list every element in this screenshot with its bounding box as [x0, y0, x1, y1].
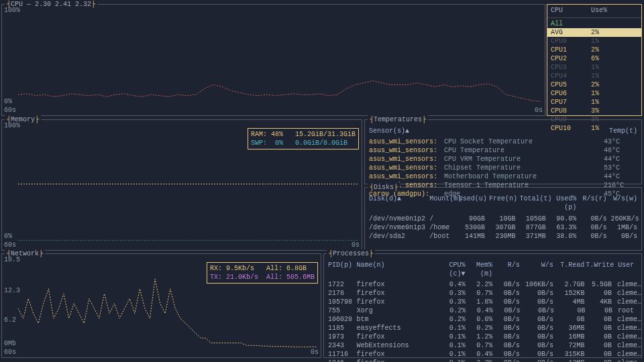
- cpu-list-row[interactable]: CPU83%: [551, 107, 638, 115]
- process-row[interactable]: 1973firefox0.1%1.2%0B/s0B/s16MB0Bcleme…: [328, 333, 640, 341]
- disk-row: /dev/nvme0n1p2/90GB10GB105GB90.0%0B/s260…: [369, 215, 637, 223]
- process-row[interactable]: 106028btm0.2%0.0%0B/s0B/s0B0Bcleme…: [328, 315, 640, 324]
- memory-info-box: RAM: 48% 15.2GiB/31.3GiB SWP: 0% 0.0GiB/…: [248, 128, 359, 149]
- cpu-list-row[interactable]: CPU12%: [551, 46, 638, 54]
- temperatures-header[interactable]: Sensor(s)▲ Temp(t): [369, 127, 637, 135]
- processes-header[interactable]: PID(p) Name(n) CPU%(c)▼ Mem%(m) R/s W/s …: [328, 261, 640, 278]
- temperature-row: asus_wmi_sensors:CPU Socket Temperature4…: [369, 137, 637, 146]
- cpu-list-hdr-r: Use%: [591, 6, 607, 15]
- cpu-panel[interactable]: ┤CPU — 2.30 2.41 2.32├ 100% 0% 60s 0s: [1, 4, 545, 116]
- cpu-list-hdr-l: CPU: [551, 6, 591, 15]
- temperatures-title: ┤Temperatures├: [368, 115, 428, 124]
- cpu-list-rows[interactable]: AllAVG2%CPU01%CPU12%CPU26%CPU31%CPU41%CP…: [547, 18, 641, 134]
- cpu-list-row[interactable]: AVG2%: [547, 28, 641, 37]
- cpu-y-bot: 0%: [4, 97, 12, 106]
- process-row[interactable]: 105798firefox0.3%1.8%0B/s0B/s4MB4KBcleme…: [328, 298, 640, 306]
- net-x-right: 0s: [311, 348, 319, 357]
- disks-title: ┤Disks├: [368, 183, 400, 192]
- temp-sort-temp[interactable]: Temp(t): [609, 127, 637, 135]
- cpu-x-right: 0s: [535, 106, 543, 115]
- process-rows[interactable]: 1722firefox0.4%2.2%0B/s106KB/s2.7GB5.5GB…: [328, 280, 640, 362]
- cpu-list-row[interactable]: CPU61%: [551, 89, 638, 98]
- net-x-left: 60s: [4, 348, 16, 357]
- process-row[interactable]: 11716firefox0.1%0.4%0B/s0B/s315KB0Bcleme…: [328, 350, 640, 359]
- temperature-row: asus_wmi_sensors:Motherboard Temperature…: [369, 172, 637, 181]
- disk-rows: /dev/nvme0n1p2/90GB10GB105GB90.0%0B/s260…: [369, 215, 637, 241]
- process-row[interactable]: 2343WebExtensions0.1%0.7%0B/s0B/s72MB0Bc…: [328, 341, 640, 350]
- net-y-bot: 0Mb: [4, 339, 16, 348]
- cpu-list-row[interactable]: CPU26%: [551, 54, 638, 63]
- cpu-list-header: CPU Use%: [547, 5, 641, 18]
- disk-row: /dev/sda2/boot141MB230MB371MB38.0%0B/s0B…: [369, 232, 637, 241]
- cpu-x-left: 60s: [4, 106, 16, 115]
- process-row[interactable]: 2178firefox0.3%0.7%0B/s0B/s152KB0Bcleme…: [328, 289, 640, 298]
- cpu-list-row[interactable]: All: [551, 19, 638, 28]
- processes-title: ┤Processes├: [327, 249, 375, 258]
- network-info-box: RX: 9.5Kb/s All: 6.8GB TX: 21.0Kb/s All:…: [207, 262, 318, 284]
- mem-x-right: 0s: [352, 241, 360, 249]
- process-row[interactable]: 1185easyeffects0.1%0.2%0B/s0B/s36MB0Bcle…: [328, 324, 640, 333]
- cpu-list-row[interactable]: CPU31%: [551, 63, 638, 72]
- cpu-list-row[interactable]: CPU71%: [551, 98, 638, 107]
- disks-panel[interactable]: ┤Disks├ Disk(d)▲ Mount(m) Used(u) Free(n…: [364, 187, 642, 251]
- temperatures-panel[interactable]: ┤Temperatures├ Sensor(s)▲ Temp(t) asus_w…: [364, 119, 642, 184]
- process-row[interactable]: 755Xorg0.2%0.4%0B/s0B/s0B0Broot: [328, 306, 640, 315]
- mem-y-bot: 0%: [4, 232, 12, 241]
- processes-panel[interactable]: ┤Processes├ PID(p) Name(n) CPU%(c)▼ Mem%…: [323, 253, 642, 358]
- memory-panel[interactable]: ┤Memory├ 100% 0% 60s 0s RAM: 48% 15.2GiB…: [1, 119, 362, 251]
- disk-row: /dev/nvme0n1p3/home530GB307GB877GB63.3%0…: [369, 223, 637, 232]
- cpu-list-row[interactable]: CPU52%: [551, 80, 638, 89]
- temperature-row: asus_wmi_sensors:CPU Temperature46°C: [369, 146, 637, 155]
- net-y-mid2: 6.2: [4, 316, 16, 324]
- network-panel[interactable]: ┤Network├ 18.5 12.3 6.2 0Mb 60s 0s RX: 9…: [1, 253, 321, 358]
- disks-header[interactable]: Disk(d)▲ Mount(m) Used(u) Free(n) Total(…: [369, 194, 637, 212]
- temperature-row: asus_wmi_sensors:CPU VRM Temperature44°C: [369, 155, 637, 164]
- cpu-list-row[interactable]: CPU41%: [551, 72, 638, 80]
- cpu-list-row[interactable]: CPU01%: [551, 37, 638, 46]
- process-row[interactable]: 1946firefox0.1%2.3%0B/s0B/s13MB0Bcleme…: [328, 359, 640, 362]
- cpu-chart: [18, 7, 541, 107]
- process-row[interactable]: 1722firefox0.4%2.2%0B/s106KB/s2.7GB5.5GB…: [328, 280, 640, 289]
- mem-x-left: 60s: [4, 241, 16, 249]
- temp-sort-sensor[interactable]: Sensor(s)▲: [369, 127, 609, 135]
- cpu-list-panel[interactable]: CPU Use% AllAVG2%CPU01%CPU12%CPU26%CPU31…: [547, 4, 642, 116]
- temperature-row: asus_wmi_sensors:Chipset Temperature53°C: [369, 164, 637, 172]
